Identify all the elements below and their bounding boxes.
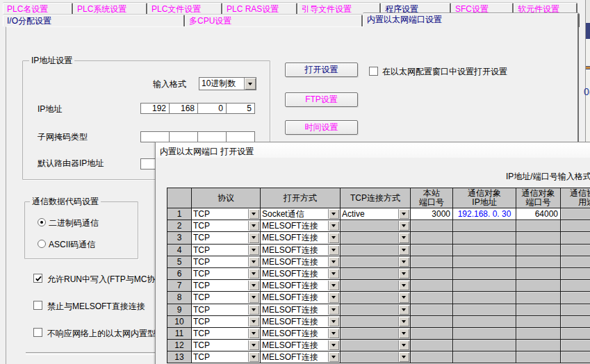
dropdown-arrow-icon[interactable]	[398, 292, 409, 302]
dropdown-arrow-icon[interactable]	[248, 257, 259, 267]
tab-PLC系统设置[interactable]: PLC系统设置	[73, 3, 147, 15]
dropdown-arrow-icon[interactable]	[244, 78, 256, 90]
tcp-mode-select-row2[interactable]	[341, 220, 410, 231]
open-method-select-row9[interactable]: MELSOFT连接	[261, 304, 340, 315]
ip-address-octet-3[interactable]: 0	[197, 103, 227, 114]
dropdown-arrow-icon[interactable]	[248, 281, 259, 290]
dropdown-arrow-icon[interactable]	[328, 305, 339, 315]
dropdown-arrow-icon[interactable]	[248, 245, 259, 255]
dropdown-arrow-icon[interactable]	[328, 317, 339, 326]
dropdown-arrow-icon[interactable]	[328, 257, 339, 267]
protocol-select-row4[interactable]: TCP	[192, 245, 260, 256]
tab-PLC RAS设置[interactable]: PLC RAS设置	[222, 3, 297, 15]
打开设置-button[interactable]: 打开设置	[285, 63, 358, 77]
open-method-select-row3[interactable]: MELSOFT连接	[261, 232, 340, 243]
open-method-select-row11[interactable]: MELSOFT连接	[261, 328, 340, 339]
protocol-select-row8[interactable]: TCP	[192, 292, 260, 303]
dropdown-arrow-icon[interactable]	[248, 233, 259, 242]
dropdown-arrow-icon[interactable]	[328, 209, 339, 219]
dropdown-arrow-icon[interactable]	[328, 340, 339, 350]
ip-address-octet-1[interactable]: 192	[140, 103, 170, 114]
dropdown-arrow-icon[interactable]	[398, 233, 409, 242]
dropdown-arrow-icon[interactable]	[398, 329, 409, 338]
dropdown-arrow-icon[interactable]	[248, 292, 259, 302]
tab-多CPU设置[interactable]: 多CPU设置	[185, 15, 363, 26]
dropdown-arrow-icon[interactable]	[328, 329, 339, 338]
open-method-select-row10[interactable]: MELSOFT连接	[261, 316, 340, 327]
open-method-select-row1[interactable]: Socket通信	[261, 208, 340, 220]
subnet-mask-octet-4[interactable]	[226, 131, 255, 142]
tab-内置以太网端口设置[interactable]: 内置以太网端口设置	[363, 13, 579, 27]
dropdown-arrow-icon[interactable]	[328, 233, 339, 242]
host-port-cell-row1[interactable]: 3000	[411, 208, 452, 220]
tcp-mode-select-row13[interactable]	[341, 351, 410, 363]
时间设置-button[interactable]: 时间设置	[285, 120, 358, 135]
tab-PLC文件设置[interactable]: PLC文件设置	[147, 3, 222, 15]
FTP设置-button[interactable]: FTP设置	[285, 92, 358, 107]
dropdown-arrow-icon[interactable]	[248, 209, 259, 219]
tab-I/O分配设置[interactable]: I/O分配设置	[3, 15, 185, 26]
dropdown-arrow-icon[interactable]	[398, 209, 409, 219]
dropdown-arrow-icon[interactable]	[248, 269, 259, 279]
tcp-mode-select-row5[interactable]	[341, 256, 410, 267]
dropdown-arrow-icon[interactable]	[328, 221, 339, 231]
open-method-select-row6[interactable]: MELSOFT连接	[261, 268, 340, 279]
tcp-mode-select-row4[interactable]	[341, 245, 410, 256]
tcp-mode-select-row12[interactable]	[341, 340, 410, 351]
dropdown-arrow-icon[interactable]	[398, 340, 409, 350]
dropdown-arrow-icon[interactable]	[398, 257, 409, 267]
tcp-mode-select-row1[interactable]: Active	[341, 208, 410, 220]
dropdown-arrow-icon[interactable]	[328, 245, 339, 255]
dropdown-arrow-icon[interactable]	[328, 292, 339, 302]
ip-address-octet-2[interactable]: 168	[169, 103, 198, 114]
dropdown-arrow-icon[interactable]	[248, 305, 259, 315]
subnet-mask-octet-1[interactable]	[140, 131, 170, 142]
open-method-select-row8[interactable]: MELSOFT连接	[261, 292, 340, 303]
protocol-select-row2[interactable]: TCP	[192, 220, 260, 231]
subnet-mask-octet-2[interactable]	[169, 131, 198, 142]
tcp-mode-select-row9[interactable]	[341, 304, 410, 315]
dropdown-arrow-icon[interactable]	[398, 281, 409, 290]
dropdown-arrow-icon[interactable]	[328, 352, 339, 362]
input-format-select[interactable]: 10进制数	[199, 77, 256, 90]
tcp-mode-select-row6[interactable]	[341, 268, 410, 279]
dropdown-arrow-icon[interactable]	[248, 221, 259, 231]
protocol-select-row5[interactable]: TCP	[192, 256, 260, 267]
dropdown-arrow-icon[interactable]	[398, 317, 409, 326]
protocol-select-row10[interactable]: TCP	[192, 316, 260, 327]
subnet-mask-octet-3[interactable]	[197, 131, 227, 142]
protocol-select-row6[interactable]: TCP	[192, 268, 260, 279]
dropdown-arrow-icon[interactable]	[398, 221, 409, 231]
dropdown-arrow-icon[interactable]	[328, 281, 339, 290]
protocol-select-row12[interactable]: TCP	[192, 340, 260, 351]
dest-ip-cell-row1[interactable]: 192.168. 0. 30	[453, 208, 516, 220]
tcp-mode-select-row11[interactable]	[341, 328, 410, 339]
tcp-mode-select-row8[interactable]	[341, 292, 410, 303]
ip-address-octet-4[interactable]: 5	[226, 103, 255, 114]
open-settings-in-config-window-checkbox[interactable]	[369, 67, 378, 76]
dropdown-arrow-icon[interactable]	[248, 352, 259, 362]
dropdown-arrow-icon[interactable]	[248, 317, 259, 326]
checkbox-允许RUN中写入(FTP与MC协议)[interactable]	[33, 274, 42, 283]
tcp-mode-select-row7[interactable]	[341, 280, 410, 291]
radio-ASCII码通信[interactable]	[38, 240, 46, 248]
protocol-select-row1[interactable]: TCP	[192, 208, 260, 220]
checkbox-不响应网络上的以太网内置型[interactable]	[33, 328, 42, 337]
protocol-select-row3[interactable]: TCP	[192, 232, 260, 243]
dropdown-arrow-icon[interactable]	[328, 269, 339, 279]
radio-二进制码通信[interactable]	[38, 218, 46, 226]
dropdown-arrow-icon[interactable]	[398, 352, 409, 362]
tcp-mode-select-row10[interactable]	[341, 316, 410, 327]
open-settings-dialog-titlebar[interactable]: 内置以太网端口 打开设置	[156, 142, 590, 158]
dest-port-cell-row1[interactable]: 64000	[516, 208, 560, 220]
open-method-select-row7[interactable]: MELSOFT连接	[261, 280, 340, 291]
tcp-mode-select-row3[interactable]	[341, 232, 410, 243]
checkbox-禁止与MELSOFT直接连接[interactable]	[33, 301, 42, 310]
open-method-select-row5[interactable]: MELSOFT连接	[261, 256, 340, 267]
dropdown-arrow-icon[interactable]	[398, 305, 409, 315]
dropdown-arrow-icon[interactable]	[248, 329, 259, 338]
protocol-select-row7[interactable]: TCP	[192, 280, 260, 291]
protocol-select-row9[interactable]: TCP	[192, 304, 260, 315]
protocol-select-row13[interactable]: TCP	[192, 351, 260, 363]
open-method-select-row2[interactable]: MELSOFT连接	[261, 220, 340, 231]
